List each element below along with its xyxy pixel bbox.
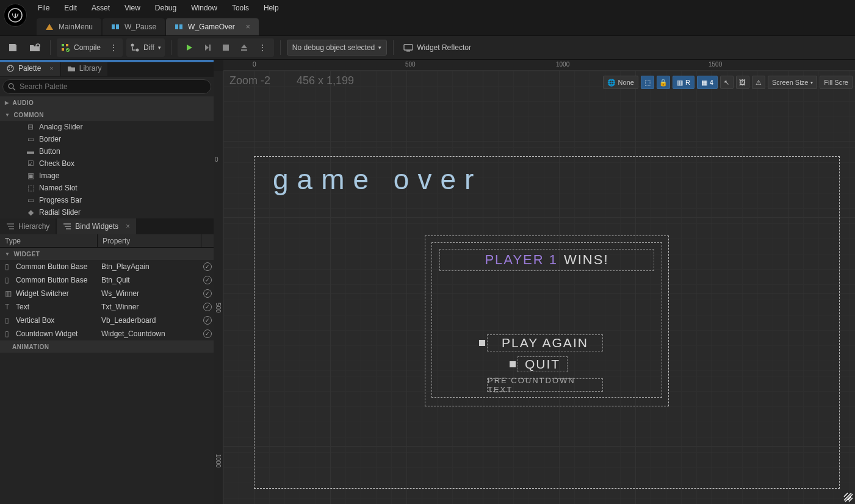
bind-widget-row[interactable]: ▯Common Button BaseBtn_PlayAgain✓ <box>0 260 214 273</box>
menu-edit[interactable]: Edit <box>57 0 84 16</box>
palette-item[interactable]: ▭Border <box>0 133 214 145</box>
compile-options[interactable]: ⋮ <box>104 38 123 57</box>
palette-item[interactable]: ▣Image <box>0 170 214 182</box>
triangle-icon: ⚠ <box>756 79 762 87</box>
bind-widgets-header: Type Property <box>0 234 214 248</box>
check-icon[interactable]: ✓ <box>203 262 212 271</box>
svg-point-11 <box>136 49 139 52</box>
palette-item[interactable]: ⬚Named Slot <box>0 182 214 194</box>
compile-button[interactable]: Compile <box>57 38 104 57</box>
compile-label: Compile <box>74 43 101 52</box>
svg-point-17 <box>7 65 13 71</box>
widget-type-icon: T <box>5 303 12 311</box>
menu-window[interactable]: Window <box>184 0 225 16</box>
globe-icon: 🌐 <box>607 79 616 87</box>
inner-panel-outline[interactable]: PLAYER 1 WINS! PLAY AGAIN QUIT PRE COUNT… <box>431 242 662 398</box>
outline-toggle[interactable]: ⬚ <box>641 76 654 89</box>
chevron-down-icon: ▾ <box>810 80 813 85</box>
lock-toggle[interactable]: 🔒 <box>657 76 670 89</box>
debug-object-select[interactable]: No debug object selected ▾ <box>287 40 387 56</box>
layout-icon: ▥ <box>677 79 683 87</box>
winner-text-box[interactable]: PLAYER 1 WINS! <box>439 249 654 271</box>
unreal-logo[interactable] <box>4 4 27 27</box>
winner-player: PLAYER 1 <box>485 252 558 268</box>
lock-icon: 🔒 <box>659 79 668 87</box>
cursor-dimensions: 456 x 1,199 <box>297 74 354 87</box>
menu-help[interactable]: Help <box>256 0 286 16</box>
step-button[interactable] <box>198 38 217 57</box>
grid-snap[interactable]: ▦4 <box>697 76 718 89</box>
bind-widget-row[interactable]: TTextTxt_Winner✓ <box>0 300 214 314</box>
chevron-down-icon: ▼ <box>5 112 10 118</box>
menu-asset[interactable]: Asset <box>84 0 117 16</box>
tab-wgameover[interactable]: W_GameOver × <box>166 18 259 35</box>
menu-debug[interactable]: Debug <box>148 0 184 16</box>
preview-image[interactable]: 🖼 <box>736 76 749 89</box>
chevron-down-icon: ▼ <box>5 251 10 257</box>
close-icon[interactable]: × <box>126 222 130 231</box>
browse-button[interactable] <box>26 38 44 57</box>
play-again-button-outline[interactable]: PLAY AGAIN <box>487 334 603 351</box>
hierarchy-tab[interactable]: Hierarchy <box>0 218 56 234</box>
palette-item[interactable]: ▭Progress Bar <box>0 194 214 206</box>
category-widget[interactable]: ▼WIDGET <box>0 248 214 260</box>
category-audio[interactable]: ▶AUDIO <box>0 96 214 109</box>
bind-widget-row[interactable]: ▯Common Button BaseBtn_Quit✓ <box>0 273 214 287</box>
close-icon[interactable]: × <box>49 65 53 72</box>
bind-widget-row[interactable]: ▯Countdown WidgetWidget_Countdown✓ <box>0 327 214 340</box>
check-icon[interactable]: ✓ <box>203 303 212 311</box>
check-icon[interactable]: ✓ <box>203 316 212 325</box>
category-common[interactable]: ▼COMMON <box>0 109 214 121</box>
svg-line-22 <box>13 88 15 90</box>
ruler-vertical: 0 500 1000 <box>214 71 223 504</box>
palette-item[interactable]: ▬Button <box>0 145 214 157</box>
menu-bar: File Edit Asset View Debug Window Tools … <box>0 0 855 16</box>
zoom-to-fit[interactable]: ↖ <box>720 76 734 89</box>
palette-search[interactable] <box>2 79 211 94</box>
tab-wpause[interactable]: W_Pause <box>103 18 165 35</box>
bind-widgets-tab[interactable]: Bind Widgets × <box>57 218 136 234</box>
play-options[interactable]: ⋮ <box>253 38 272 57</box>
localization-button[interactable]: 🌐None <box>603 76 638 89</box>
play-button[interactable] <box>180 38 198 57</box>
check-icon[interactable]: ✓ <box>203 289 212 298</box>
screen-size-dropdown[interactable]: Screen Size▾ <box>768 76 817 89</box>
palette-tab[interactable]: Palette × <box>0 60 60 76</box>
center-panel-outline[interactable]: PLAYER 1 WINS! PLAY AGAIN QUIT PRE COUNT… <box>425 236 669 406</box>
widget-type-icon: ▯ <box>5 262 12 271</box>
palette-search-input[interactable] <box>20 82 206 91</box>
button-icon: ▬ <box>27 148 34 155</box>
menu-file[interactable]: File <box>31 0 57 16</box>
save-button[interactable] <box>4 38 22 57</box>
search-icon <box>8 83 16 91</box>
check-icon[interactable]: ✓ <box>203 329 212 338</box>
palette-item[interactable]: ◆Radial Slider <box>0 206 214 218</box>
stop-button[interactable] <box>217 38 235 57</box>
close-icon[interactable]: × <box>246 23 250 31</box>
resize-handle-icon[interactable] <box>843 492 854 503</box>
quit-button-outline[interactable]: QUIT <box>518 356 568 372</box>
fill-screen-dropdown[interactable]: Fill Scre <box>820 76 853 89</box>
widget-reflector-button[interactable]: Widget Reflector <box>400 38 475 57</box>
bind-widget-row[interactable]: ▯Vertical BoxVb_Leaderboard✓ <box>0 314 214 327</box>
palette-item[interactable]: ⊟Analog Slider <box>0 121 214 133</box>
library-tab[interactable]: Library <box>61 60 108 76</box>
category-animation[interactable]: ANIMATION <box>0 340 214 353</box>
game-over-title[interactable]: Game Over <box>273 163 482 196</box>
designer-canvas[interactable]: 0 500 1000 1500 0 500 1000 Zoom -2 456 x… <box>214 60 855 504</box>
eject-button[interactable] <box>235 38 253 57</box>
countdown-text-outline[interactable]: PRE COUNTDOWN TEXT <box>487 378 603 392</box>
check-icon[interactable]: ✓ <box>203 276 212 284</box>
svg-point-20 <box>9 69 10 70</box>
ruler-horizontal: 0 500 1000 1500 <box>223 60 855 71</box>
svg-point-10 <box>131 44 134 47</box>
bind-widget-row[interactable]: ▥Widget SwitcherWs_Winner✓ <box>0 287 214 300</box>
tab-mainmenu[interactable]: MainMenu <box>37 18 101 35</box>
palette-item[interactable]: ☑Check Box <box>0 157 214 170</box>
menu-tools[interactable]: Tools <box>225 0 256 16</box>
menu-view[interactable]: View <box>117 0 148 16</box>
widget-type-icon: ▯ <box>5 316 12 325</box>
stats-toggle[interactable]: ⚠ <box>752 76 765 89</box>
respect-locks[interactable]: ▥R <box>673 76 694 89</box>
diff-button[interactable]: Diff ▾ <box>126 38 165 57</box>
